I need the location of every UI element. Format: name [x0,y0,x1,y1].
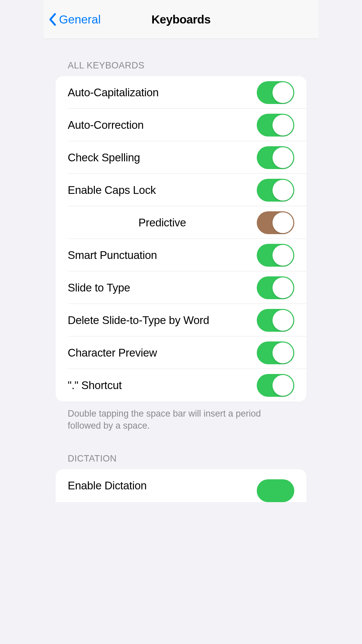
navigation-bar: General Keyboards [44,0,318,39]
row-smart-punctuation: Smart Punctuation [56,239,306,271]
toggle-enable-caps-lock[interactable] [257,179,294,202]
row-enable-dictation: Enable Dictation [56,469,306,502]
toggle-period-shortcut[interactable] [257,374,294,397]
toggle-smart-punctuation[interactable] [257,244,294,267]
row-label: Auto-Correction [68,119,144,131]
toggle-delete-slide-to-type-by-word[interactable] [257,309,294,332]
row-label: Smart Punctuation [68,249,157,262]
row-label: Enable Caps Lock [68,184,156,197]
row-label: Check Spelling [68,151,140,164]
row-enable-caps-lock: Enable Caps Lock [56,174,306,206]
row-label: Enable Dictation [68,479,147,492]
section-header-all-keyboards: ALL KEYBOARDS [56,39,306,76]
toggle-check-spelling[interactable] [257,146,294,169]
row-label: Slide to Type [68,281,130,294]
row-predictive: Predictive [56,206,306,239]
row-label: Auto-Capitalization [68,86,159,99]
row-auto-capitalization: Auto-Capitalization [56,76,306,109]
toggle-slide-to-type[interactable] [257,276,294,299]
row-label: "." Shortcut [68,379,122,392]
page-title: Keyboards [152,13,210,26]
back-button[interactable]: General [48,13,101,26]
row-check-spelling: Check Spelling [56,141,306,174]
row-label: Character Preview [68,346,157,359]
chevron-left-icon [48,13,56,26]
toggle-predictive[interactable] [257,211,294,234]
row-auto-correction: Auto-Correction [56,109,306,141]
section-footer-all-keyboards: Double tapping the space bar will insert… [56,401,306,432]
row-delete-slide-to-type-by-word: Delete Slide-to-Type by Word [56,304,306,336]
back-label: General [59,13,101,26]
row-slide-to-type: Slide to Type [56,271,306,304]
section-header-dictation: DICTATION [56,432,306,469]
row-period-shortcut: "." Shortcut [56,369,306,401]
row-character-preview: Character Preview [56,336,306,369]
toggle-character-preview[interactable] [257,341,294,364]
row-label: Delete Slide-to-Type by Word [68,314,209,327]
row-label: Predictive [138,216,186,229]
toggle-auto-capitalization[interactable] [257,81,294,104]
settings-content: ALL KEYBOARDS Auto-Capitalization Auto-C… [44,39,318,502]
toggle-auto-correction[interactable] [257,114,294,137]
toggle-enable-dictation[interactable] [257,479,294,502]
group-all-keyboards: Auto-Capitalization Auto-Correction Chec… [56,76,306,401]
group-dictation: Enable Dictation [56,469,306,502]
